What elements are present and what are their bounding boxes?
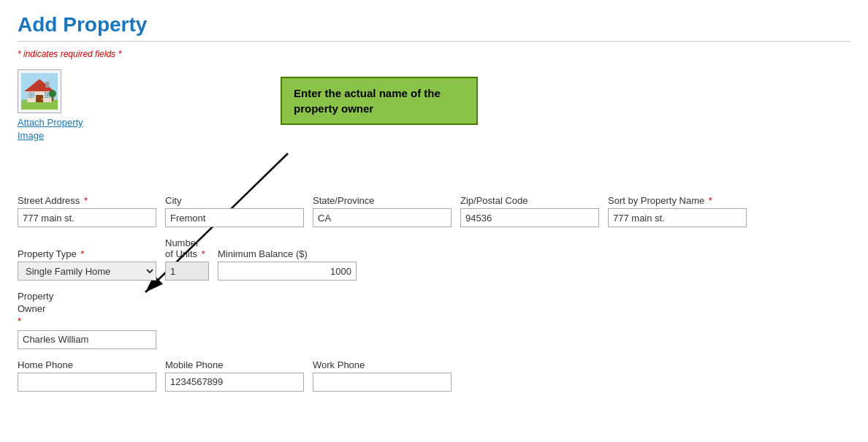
work-phone-label: Work Phone xyxy=(313,359,452,370)
home-phone-input[interactable] xyxy=(18,373,156,392)
address-row: Street Address * City State/Province xyxy=(18,195,850,227)
svg-point-14 xyxy=(49,90,56,97)
sort-by-property-input[interactable] xyxy=(608,208,747,227)
state-group: State/Province xyxy=(313,195,452,227)
house-icon xyxy=(21,73,58,110)
zip-label: Zip/Postal Code xyxy=(460,195,599,206)
work-phone-group: Work Phone xyxy=(313,359,452,392)
tooltip-box: Enter the actual name of the property ow… xyxy=(281,77,478,125)
city-group: City xyxy=(165,195,304,227)
page-title: Add Property xyxy=(18,13,850,37)
mobile-phone-group: Mobile Phone xyxy=(165,359,304,392)
tooltip-text: Enter the actual name of the property ow… xyxy=(294,87,441,115)
street-address-group: Street Address * xyxy=(18,195,156,227)
svg-point-12 xyxy=(42,99,43,100)
sort-by-property-label: Sort by Property Name * xyxy=(608,195,747,206)
home-phone-group: Home Phone xyxy=(18,359,156,392)
image-section: Attach Property Image Enter the actual n… xyxy=(18,69,850,186)
mobile-phone-input[interactable] xyxy=(165,373,304,392)
required-note: * indicates required fields * xyxy=(18,49,850,59)
number-of-units-group: Number of Units * xyxy=(165,237,209,281)
svg-rect-4 xyxy=(36,95,43,102)
sort-by-property-group: Sort by Property Name * xyxy=(608,195,747,227)
minimum-balance-input[interactable] xyxy=(218,262,357,281)
property-type-group: Property Type * Single Family Home Multi… xyxy=(18,248,156,281)
property-owner-input[interactable] xyxy=(18,330,156,349)
page-container: Add Property * indicates required fields… xyxy=(0,0,868,442)
property-owner-label: Property Owner * xyxy=(18,291,156,328)
city-label: City xyxy=(165,195,304,206)
work-phone-input[interactable] xyxy=(313,373,452,392)
number-of-units-input[interactable] xyxy=(165,262,209,281)
state-input[interactable] xyxy=(313,208,452,227)
minimum-balance-label: Minimum Balance ($) xyxy=(218,248,357,259)
number-of-units-label: Number of Units * xyxy=(165,237,209,259)
property-type-select[interactable]: Single Family Home Multi Family Condo Co… xyxy=(18,262,156,281)
street-address-label: Street Address * xyxy=(18,195,156,206)
zip-input[interactable] xyxy=(460,208,599,227)
state-label: State/Province xyxy=(313,195,452,206)
property-image-box xyxy=(18,69,61,113)
title-divider xyxy=(18,41,850,42)
form-section: Street Address * City State/Province xyxy=(18,195,850,392)
street-address-input[interactable] xyxy=(18,208,156,227)
property-type-label: Property Type * xyxy=(18,248,156,259)
mobile-phone-label: Mobile Phone xyxy=(165,359,304,370)
zip-group: Zip/Postal Code xyxy=(460,195,599,227)
city-input[interactable] xyxy=(165,208,304,227)
svg-rect-11 xyxy=(45,82,49,88)
home-phone-label: Home Phone xyxy=(18,359,156,370)
phone-row: Home Phone Mobile Phone Work Phone xyxy=(18,359,850,392)
owner-row: Property Owner * xyxy=(18,291,850,349)
type-row: Property Type * Single Family Home Multi… xyxy=(18,237,850,281)
minimum-balance-group: Minimum Balance ($) xyxy=(218,248,357,281)
property-owner-group: Property Owner * xyxy=(18,291,156,349)
